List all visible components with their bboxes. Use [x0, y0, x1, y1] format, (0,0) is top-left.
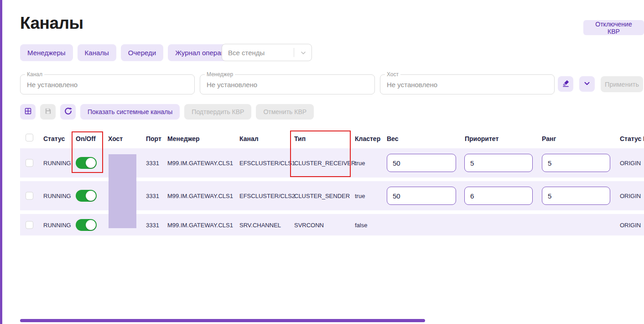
column-header-weight: Вес [387, 135, 399, 142]
left-accent-stripe [0, 0, 2, 324]
on-off-toggle[interactable] [76, 157, 97, 169]
channel-cell: EFSCLUSTER/CLS1 [239, 160, 295, 167]
manager-cell: M99.IM.GATEWAY.CLS1 [167, 193, 233, 199]
filter-channel-label: Канал [25, 71, 44, 78]
kvr-status-cell: ORIGIN [620, 193, 641, 199]
priority-input[interactable] [464, 154, 533, 172]
horizontal-scrollbar-thumb[interactable] [20, 319, 425, 322]
type-cell: CLUSTER_RECEIVER [294, 160, 355, 167]
status-cell: RUNNING [43, 160, 71, 167]
type-cell: CLUSTER_SENDER [294, 193, 350, 199]
status-cell: RUNNING [43, 193, 71, 199]
filter-host-label: Хост [385, 71, 400, 78]
eraser-icon [561, 79, 570, 89]
rank-input[interactable] [542, 154, 610, 172]
stand-select-value: Все стенды [228, 49, 265, 57]
grid-icon [24, 107, 32, 116]
kvr-disable-button[interactable]: Отключение КВР [583, 20, 644, 35]
tab-queues[interactable]: Очереди [121, 44, 163, 61]
rank-input[interactable] [542, 187, 610, 205]
manager-cell: M99.IM.GATEWAY.CLS1 [167, 160, 233, 167]
port-cell: 3331 [146, 160, 159, 167]
save-icon [44, 107, 52, 116]
save-button[interactable] [40, 104, 56, 120]
manager-cell: M99.IM.GATEWAY.CLS1 [167, 221, 233, 228]
nav-tabs: Менеджеры Каналы Очереди Журнал операций [20, 44, 240, 61]
port-cell: 3331 [146, 193, 159, 199]
weight-input[interactable] [387, 154, 456, 172]
refresh-button[interactable] [60, 104, 76, 120]
status-cell: RUNNING [43, 221, 71, 228]
row-checkbox[interactable] [26, 192, 33, 200]
confirm-kvr-button[interactable]: Подтвердить КВР [184, 104, 251, 120]
filter-host-field[interactable]: Хост Не установлено [380, 74, 555, 94]
kvr-status-cell: ORIGIN [620, 221, 641, 228]
page-title: Каналы [20, 14, 83, 33]
filter-channel-value: Не установлено [27, 81, 78, 89]
stand-select[interactable]: Все стенды [222, 44, 312, 61]
column-header-priority: Приоритет [465, 135, 499, 142]
column-header-host: Хост [108, 135, 123, 142]
column-header-rank: Ранг [542, 135, 556, 142]
cluster-cell: true [355, 193, 365, 199]
column-header-port: Порт [146, 135, 161, 142]
select-divider [294, 48, 294, 57]
column-header-channel: Канал [239, 135, 259, 142]
cluster-cell: false [355, 221, 367, 228]
priority-input[interactable] [464, 187, 533, 205]
refresh-icon [64, 107, 73, 117]
column-settings-button[interactable] [20, 104, 36, 120]
filter-host-value: Не установлено [387, 81, 437, 89]
chevron-down-icon [300, 49, 307, 58]
column-header-type: Тип [294, 135, 306, 142]
tab-managers[interactable]: Менеджеры [20, 44, 73, 61]
channel-cell: EFSCLUSTER/CLS2 [239, 193, 295, 199]
column-header-status: Статус [43, 135, 65, 142]
on-off-toggle[interactable] [76, 190, 97, 202]
apply-filters-button[interactable]: Применить [601, 76, 643, 92]
expand-filters-button[interactable] [579, 76, 595, 92]
column-header-cluster: Кластер [355, 135, 380, 142]
cancel-kvr-button[interactable]: Отменить КВР [256, 104, 314, 120]
tab-channels[interactable]: Каналы [78, 44, 116, 61]
channel-cell: SRV.CHANNEL [239, 221, 281, 228]
host-redaction-block [109, 154, 136, 228]
filter-channel-field[interactable]: Канал Не установлено [20, 74, 195, 94]
type-cell: SVRCONN [294, 221, 324, 228]
row-checkbox[interactable] [26, 159, 33, 167]
show-system-channels-button[interactable]: Показать системные каналы [80, 104, 180, 120]
filter-manager-value: Не установлено [207, 81, 257, 89]
clear-filters-button[interactable] [558, 76, 573, 92]
table-toolbar: Показать системные каналы Подтвердить КВ… [20, 104, 314, 120]
filter-manager-label: Менеджер [205, 71, 235, 78]
filter-manager-field[interactable]: Менеджер Не установлено [200, 74, 375, 94]
column-header-kvr-status: Статус К [620, 135, 644, 142]
column-header-onoff: On/Off [76, 135, 96, 142]
port-cell: 3331 [146, 221, 159, 228]
channels-page: Каналы Отключение КВР Менеджеры Каналы О… [0, 0, 644, 324]
chevron-down-icon [583, 79, 591, 89]
kvr-status-cell: ORIGIN [620, 160, 641, 167]
cluster-cell: true [355, 160, 365, 167]
weight-input[interactable] [387, 187, 456, 205]
select-all-checkbox[interactable] [26, 134, 33, 141]
row-checkbox[interactable] [26, 221, 33, 229]
on-off-toggle[interactable] [76, 219, 97, 231]
column-header-manager: Менеджер [167, 135, 200, 142]
